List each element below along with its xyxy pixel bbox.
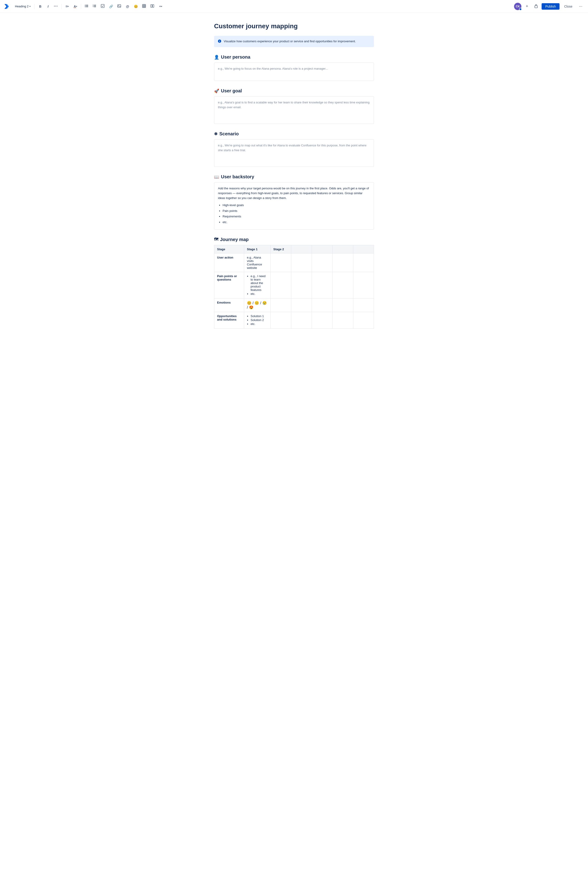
more-options-button[interactable]: ··· [577,3,584,10]
numbered-list-button[interactable]: 1. 2. 3. [91,3,98,10]
table-cell-opportunities-empty2[interactable] [312,312,333,328]
svg-rect-5 [86,7,88,7]
heading-selector[interactable]: Heading 2 ▾ [13,3,33,9]
columns-button[interactable] [148,3,156,10]
table-header-empty1 [291,245,312,253]
text-color-button[interactable]: A ▾ [72,3,79,10]
user-persona-box[interactable]: e.g., We're going to focus on the Alana … [214,63,374,81]
mention-button[interactable]: @ [124,3,131,10]
list-item: etc. [250,322,268,326]
publish-button[interactable]: Publish [542,3,560,10]
svg-rect-15 [142,5,146,8]
add-collaborator-button[interactable]: + [523,3,531,10]
table-row-user-action: User action e.g., Alana visits Confluenc… [214,253,374,272]
table-cell-pain-points-empty3[interactable] [333,272,353,298]
user-backstory-heading: 📖 User backstory [214,174,374,179]
user-persona-placeholder: e.g., We're going to focus on the Alana … [218,67,328,70]
user-goal-placeholder: e.g., Alana's goal is to find a scalable… [218,101,370,109]
lock-button[interactable] [532,3,540,10]
text-color-icon: A [74,5,76,8]
table-cell-user-action-stage1[interactable]: e.g., Alana visits Confluence website [244,253,271,272]
table-cell-pain-points-stage2[interactable] [271,272,291,298]
table-cell-emotions-stage2[interactable] [271,298,291,312]
table-cell-opportunities-empty3[interactable] [333,312,353,328]
table-cell-user-action-empty3[interactable] [333,253,353,272]
lock-icon [534,4,538,9]
table-cell-pain-points-empty2[interactable] [312,272,333,298]
svg-rect-7 [94,5,96,5]
columns-icon [150,4,154,9]
scenario-box[interactable]: e.g., We're going to map out what it's l… [214,139,374,167]
page-content: Customer journey mapping Visualize how c… [207,13,381,355]
user-backstory-box[interactable]: Add the reasons why your target persona … [214,182,374,230]
table-cell-emotions-empty3[interactable] [333,298,353,312]
svg-point-4 [85,7,86,8]
table-cell-pain-points-stage1[interactable]: e.g., I need to learn about the product … [244,272,271,298]
table-cell-user-action-empty2[interactable] [312,253,333,272]
task-icon [101,4,105,9]
image-icon [117,4,121,9]
table-cell-user-action-empty4[interactable] [353,253,374,272]
more-insert-button[interactable]: + ▾ [157,3,164,10]
table-cell-opportunities-stage1[interactable]: Solution 1 Solution 2 etc. [244,312,271,328]
user-goal-box[interactable]: e.g., Alana's goal is to find a scalable… [214,96,374,124]
user-backstory-section: 📖 User backstory Add the reasons why you… [214,174,374,230]
more-insert-chevron-icon: ▾ [161,5,162,8]
toolbar: Heading 2 ▾ B I ··· ≡ ▾ A ▾ [0,0,588,13]
align-chevron-icon: ▾ [68,5,69,8]
pain-points-list: e.g., I need to learn about the product … [250,274,268,296]
user-persona-section: 👤 User persona e.g., We're going to focu… [214,54,374,81]
svg-point-25 [219,40,220,41]
svg-rect-12 [101,5,104,8]
bold-button[interactable]: B [36,3,44,10]
user-backstory-list: High-level goals Pain points Requirement… [223,203,370,225]
table-cell-emotions-empty2[interactable] [312,298,333,312]
svg-rect-9 [94,6,96,6]
close-button[interactable]: Close [561,3,575,10]
list-item: Solution 2 [250,318,268,322]
more-options-icon: ··· [579,4,582,9]
table-cell-opportunities-empty4[interactable] [353,312,374,328]
more-formatting-button[interactable]: ··· [52,3,60,10]
plus-icon: + [526,4,528,9]
bullet-list-button[interactable] [83,3,90,10]
table-cell-user-action-empty1[interactable] [291,253,312,272]
italic-button[interactable]: I [44,3,52,10]
toolbar-right: CK + Publish Close ··· [514,3,584,10]
list-item: Pain points [223,209,370,213]
user-persona-icon: 👤 [214,55,219,60]
scenario-placeholder: e.g., We're going to map out what it's l… [218,144,366,152]
link-icon: 🔗 [109,5,113,8]
table-cell-opportunities-label: Opportunities and solutions [214,312,244,328]
task-button[interactable] [99,3,106,10]
table-cell-opportunities-stage2[interactable] [271,312,291,328]
link-button[interactable]: 🔗 [107,3,115,10]
table-header-empty2 [312,245,333,253]
table-cell-pain-points-empty4[interactable] [353,272,374,298]
table-button[interactable] [140,3,148,10]
svg-rect-1 [86,5,88,5]
user-avatar-button[interactable]: CK [514,3,521,10]
table-cell-opportunities-empty1[interactable] [291,312,312,328]
table-cell-pain-points-empty1[interactable] [291,272,312,298]
table-cell-emotions-label: Emotions [214,298,244,312]
page-title[interactable]: Customer journey mapping [214,22,374,30]
table-cell-emotions-empty1[interactable] [291,298,312,312]
journey-map-icon: 🗺 [214,237,218,242]
table-cell-emotions-stage1[interactable]: 😊 / 😐 / 😢 / 😍 [244,298,271,312]
table-cell-user-action-stage2[interactable] [271,253,291,272]
journey-map-table-wrapper: Stage Stage 1 Stage 2 User action e.g., … [214,245,374,329]
table-cell-emotions-empty4[interactable] [353,298,374,312]
align-button[interactable]: ≡ ▾ [63,3,71,10]
scenario-icon: ❄ [214,131,218,137]
avatar-badge [519,8,522,11]
emotions-text: 😊 / 😐 / 😢 / 😍 [247,301,267,309]
user-goal-heading: 🚀 User goal [214,88,374,93]
emoji-button[interactable]: 😊 [132,3,140,10]
list-item: Solution 1 [250,314,268,318]
table-row-emotions: Emotions 😊 / 😐 / 😢 / 😍 [214,298,374,312]
info-text: Visualize how customers experience your … [224,39,356,44]
svg-rect-20 [151,5,152,8]
image-button[interactable] [116,3,123,10]
journey-map-table: Stage Stage 1 Stage 2 User action e.g., … [214,245,374,329]
